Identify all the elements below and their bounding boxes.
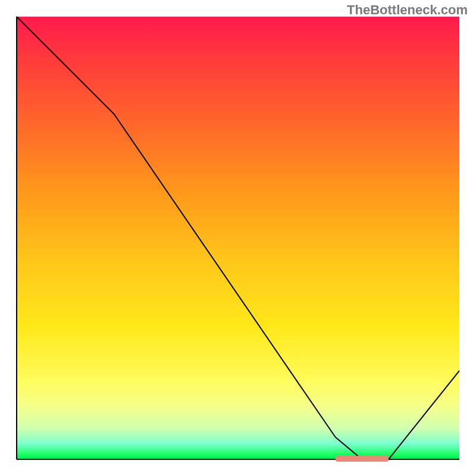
highlight-marker — [336, 456, 389, 462]
bottleneck-curve — [17, 17, 459, 459]
chart-svg — [0, 0, 476, 476]
watermark-text: TheBottleneck.com — [347, 2, 468, 18]
